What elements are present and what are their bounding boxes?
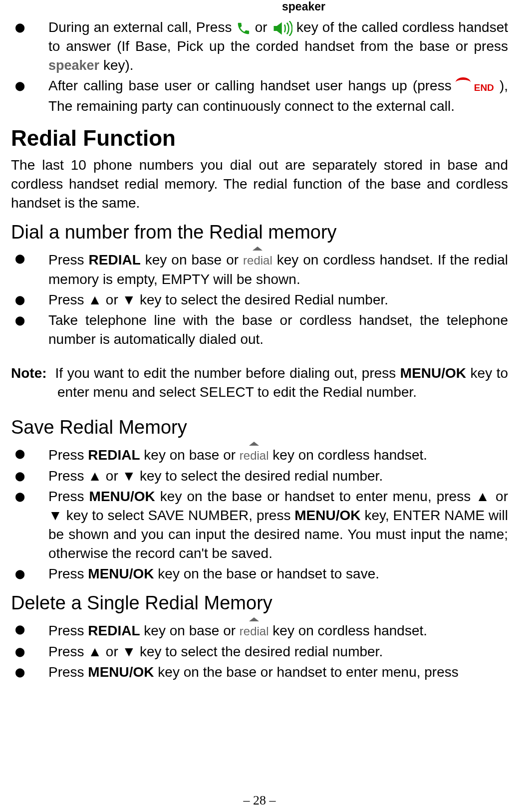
list-item: ⬤ Press ▲ or ▼ key to select the desired… bbox=[11, 467, 508, 486]
bullet-icon: ⬤ bbox=[11, 620, 48, 639]
list-item: ⬤ Press ▲ or ▼ key to select the desired… bbox=[11, 642, 508, 661]
list-item: ⬤ Press MENU/OK key on the base or hands… bbox=[11, 564, 508, 583]
list-item-text: Press ▲ or ▼ key to select the desired R… bbox=[48, 290, 508, 309]
list-item-text: Press REDIAL key on base or redial key o… bbox=[48, 249, 508, 289]
heading-redial-function: Redial Function bbox=[11, 126, 508, 151]
list-item: ⬤ Press ▲ or ▼ key to select the desired… bbox=[11, 290, 508, 309]
heading-delete: Delete a Single Redial Memory bbox=[11, 592, 508, 614]
text-fragment: key on base or bbox=[140, 447, 240, 463]
talk-icon bbox=[236, 21, 251, 36]
bullet-icon: ⬤ bbox=[11, 18, 48, 37]
text-fragment: or bbox=[255, 19, 271, 35]
redial-key-icon: redial bbox=[243, 249, 272, 270]
list-item-text: Press REDIAL key on base or redial key o… bbox=[48, 444, 508, 465]
list-item: ⬤ Press REDIAL key on base or redial key… bbox=[11, 444, 508, 465]
text-fragment: If you want to edit the number before di… bbox=[55, 365, 400, 381]
bullet-icon: ⬤ bbox=[11, 487, 48, 506]
intro-paragraph: The last 10 phone numbers you dial out a… bbox=[11, 156, 508, 213]
text-fragment: Press bbox=[48, 252, 89, 268]
key-label: MENU/OK bbox=[89, 489, 155, 504]
key-label: REDIAL bbox=[88, 447, 140, 463]
text-fragment: key on the base or handset to enter menu… bbox=[154, 664, 459, 680]
text-fragment: key on base or bbox=[140, 623, 240, 638]
text-fragment: key on base or bbox=[141, 252, 243, 268]
text-fragment: key). bbox=[103, 57, 134, 73]
note-block: Note: If you want to edit the number bef… bbox=[11, 364, 508, 402]
bullet-icon: ⬤ bbox=[11, 249, 48, 268]
list-item: ⬤ Take telephone line with the base or c… bbox=[11, 311, 508, 349]
list-item: ⬤ During an external call, Press or key … bbox=[11, 18, 508, 75]
end-icon: END bbox=[457, 76, 494, 97]
page-number: – 28 – bbox=[0, 793, 519, 808]
speaker-icon bbox=[272, 21, 292, 36]
bullet-icon: ⬤ bbox=[11, 467, 48, 486]
text-fragment: key on cordless handset. bbox=[269, 623, 428, 638]
speaker-key-label: speaker bbox=[48, 58, 99, 73]
list-item-text: Press MENU/OK key on the base or handset… bbox=[48, 564, 508, 583]
text-fragment: Press bbox=[48, 623, 88, 638]
heading-save: Save Redial Memory bbox=[11, 417, 508, 438]
key-label: REDIAL bbox=[88, 623, 140, 638]
key-label: MENU/OK bbox=[400, 365, 466, 381]
heading-dial: Dial a number from the Redial memory bbox=[11, 222, 508, 243]
list-item-text: Press ▲ or ▼ key to select the desired r… bbox=[48, 642, 508, 661]
list-item-text: Press REDIAL key on base or redial key o… bbox=[48, 620, 508, 641]
text-fragment: key on the base or handset to save. bbox=[154, 566, 379, 581]
bullet-icon: ⬤ bbox=[11, 663, 48, 682]
text-fragment: Press bbox=[48, 489, 89, 504]
list-item-text: During an external call, Press or key of… bbox=[48, 18, 508, 75]
list-item-text: Take telephone line with the base or cor… bbox=[48, 311, 508, 349]
bullet-icon: ⬤ bbox=[11, 444, 48, 463]
bullet-icon: ⬤ bbox=[11, 311, 48, 330]
list-item-text: Press MENU/OK key on the base or handset… bbox=[48, 487, 508, 563]
list-item: ⬤ Press REDIAL key on base or redial key… bbox=[11, 620, 508, 641]
key-label: MENU/OK bbox=[88, 664, 154, 680]
list-item-text: After calling base user or calling hands… bbox=[48, 76, 508, 116]
key-label: MENU/OK bbox=[294, 508, 360, 523]
bullet-icon: ⬤ bbox=[11, 642, 48, 661]
list-item: ⬤ Press MENU/OK key on the base or hands… bbox=[11, 487, 508, 563]
note-label: Note: bbox=[11, 365, 47, 381]
text-fragment: Press bbox=[48, 664, 88, 680]
bullet-icon: ⬤ bbox=[11, 76, 48, 95]
speaker-top-label: speaker bbox=[282, 0, 325, 13]
text-fragment: Press bbox=[48, 447, 88, 463]
text-fragment: During an external call, Press bbox=[48, 19, 236, 35]
bullet-icon: ⬤ bbox=[11, 290, 48, 309]
redial-key-icon: redial bbox=[240, 444, 269, 465]
list-item: ⬤ Press MENU/OK key on the base or hands… bbox=[11, 663, 508, 682]
key-label: REDIAL bbox=[89, 252, 141, 268]
page-content: ⬤ During an external call, Press or key … bbox=[11, 0, 508, 682]
list-item-text: Press ▲ or ▼ key to select the desired r… bbox=[48, 467, 508, 486]
text-fragment: Press bbox=[48, 566, 88, 581]
list-item-text: Press MENU/OK key on the base or handset… bbox=[48, 663, 508, 682]
list-item: ⬤ Press REDIAL key on base or redial key… bbox=[11, 249, 508, 289]
bullet-icon: ⬤ bbox=[11, 564, 48, 583]
key-label: MENU/OK bbox=[88, 566, 154, 581]
text-fragment: After calling base user or calling hands… bbox=[48, 78, 457, 93]
list-item: ⬤ After calling base user or calling han… bbox=[11, 76, 508, 116]
text-fragment: key on cordless handset. bbox=[269, 447, 428, 463]
redial-key-icon: redial bbox=[240, 620, 269, 641]
